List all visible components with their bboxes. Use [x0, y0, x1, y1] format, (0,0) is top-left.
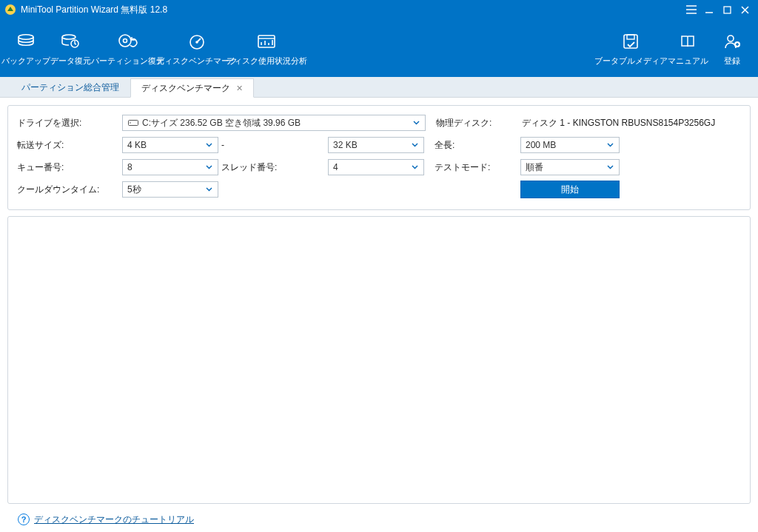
cooldown-dropdown[interactable]: 5秒	[122, 181, 218, 198]
testmode-value: 順番	[526, 161, 604, 174]
transfer-to-value: 32 KB	[333, 140, 409, 150]
disk-refresh-icon	[117, 31, 138, 52]
ribbon-usage-button[interactable]: ディスク使用状況分析	[232, 28, 301, 68]
ribbon-manual-button[interactable]: マニュアル	[666, 28, 709, 68]
transfer-from-dropdown[interactable]: 4 KB	[122, 137, 218, 153]
svg-point-6	[124, 38, 127, 42]
app-window: MiniTool Partition Wizard 無料版 12.8 バックアッ…	[0, 0, 758, 532]
transfer-dash: -	[218, 140, 328, 150]
tab-strip: パーティション総合管理 ディスクベンチマーク ✕	[0, 77, 758, 98]
testmode-label: テストモード:	[424, 161, 520, 174]
svg-point-15	[130, 122, 131, 124]
chevron-down-icon	[203, 143, 215, 147]
chevron-down-icon	[604, 165, 616, 169]
benchmark-settings-panel: ドライブを選択: C:サイズ 236.52 GB 空き領域 39.96 GB 物…	[7, 105, 751, 210]
ribbon-partitionrecovery-button[interactable]: パーティション復元	[93, 28, 161, 68]
chevron-down-icon	[203, 187, 215, 192]
physical-disk-label: 物理ディスク:	[426, 117, 522, 129]
drive-select-dropdown[interactable]: C:サイズ 236.52 GB 空き領域 39.96 GB	[122, 115, 426, 131]
tab-disk-benchmark-label: ディスクベンチマーク	[141, 82, 230, 95]
window-title: MiniTool Partition Wizard 無料版 12.8	[21, 4, 167, 16]
queue-label: キュー番号:	[17, 161, 122, 174]
drive-select-label: ドライブを選択:	[17, 117, 122, 129]
ribbon-backup-label: バックアップ	[1, 56, 50, 65]
svg-point-3	[62, 35, 76, 39]
svg-rect-11	[627, 35, 634, 39]
book-icon	[677, 31, 698, 52]
cooldown-label: クールダウンタイム:	[17, 183, 122, 196]
ribbon-register-label: 登録	[724, 56, 740, 65]
transfer-size-label: 転送サイズ:	[17, 139, 122, 152]
tab-close-icon[interactable]: ✕	[236, 84, 243, 93]
chevron-down-icon	[410, 121, 422, 125]
help-icon[interactable]: ?	[18, 514, 30, 525]
svg-point-12	[728, 36, 734, 41]
title-bar: MiniTool Partition Wizard 無料版 12.8	[0, 0, 758, 19]
length-label: 全長:	[424, 139, 520, 152]
window-chart-icon	[256, 31, 277, 52]
hamburger-menu-icon[interactable]	[682, 2, 700, 17]
hdd-icon	[127, 118, 139, 127]
ribbon-bootmedia-button[interactable]: ブータブルメディア	[597, 28, 665, 68]
ribbon-manual-label: マニュアル	[668, 56, 708, 65]
content-area: ドライブを選択: C:サイズ 236.52 GB 空き領域 39.96 GB 物…	[0, 98, 758, 532]
stack-refresh-icon	[60, 31, 81, 52]
tab-disk-benchmark[interactable]: ディスクベンチマーク ✕	[130, 78, 254, 98]
app-logo-icon	[4, 4, 16, 16]
queue-value: 8	[127, 162, 203, 172]
drive-select-value: C:サイズ 236.52 GB 空き領域 39.96 GB	[142, 117, 410, 129]
chevron-down-icon	[203, 165, 215, 169]
ribbon-right-group: ブータブルメディア マニュアル 登録	[597, 28, 754, 68]
thread-label: スレッド番号:	[218, 161, 328, 174]
length-dropdown[interactable]: 200 MB	[520, 137, 620, 153]
tab-partition-management-label: パーティション総合管理	[21, 81, 119, 94]
svg-point-8	[195, 41, 198, 44]
cooldown-value: 5秒	[127, 183, 203, 196]
tab-partition-management[interactable]: パーティション総合管理	[10, 78, 130, 97]
svg-point-2	[19, 35, 33, 39]
ribbon-backup-button[interactable]: バックアップ	[4, 28, 47, 68]
svg-rect-1	[724, 7, 731, 13]
minimize-button[interactable]	[700, 2, 718, 17]
testmode-dropdown[interactable]: 順番	[520, 159, 620, 175]
chevron-down-icon	[409, 143, 420, 147]
ribbon-datarecovery-button[interactable]: データ復元	[49, 28, 92, 68]
queue-dropdown[interactable]: 8	[122, 159, 218, 175]
tutorial-link[interactable]: ディスクベンチマークのチュートリアル	[34, 514, 194, 526]
chevron-down-icon	[409, 165, 420, 169]
svg-point-5	[119, 35, 131, 47]
ribbon-usage-label: ディスク使用状況分析	[226, 56, 307, 65]
maximize-button[interactable]	[718, 2, 736, 17]
ribbon-partitionrecovery-label: パーティション復元	[91, 56, 164, 65]
stack-icon	[16, 31, 36, 52]
start-button-label: 開始	[561, 183, 579, 196]
ribbon-toolbar: バックアップ データ復元 パーティション復元 ディスクベンチマーク ディスク使用…	[0, 19, 758, 77]
thread-value: 4	[333, 162, 409, 172]
ribbon-register-button[interactable]: 登録	[711, 28, 754, 68]
ribbon-benchmark-button[interactable]: ディスクベンチマーク	[163, 28, 231, 68]
close-button[interactable]	[736, 2, 754, 17]
chevron-down-icon	[604, 143, 616, 147]
footer-bar: ? ディスクベンチマークのチュートリアル	[7, 510, 751, 529]
thread-dropdown[interactable]: 4	[328, 159, 424, 175]
save-check-icon	[620, 31, 641, 52]
transfer-to-dropdown[interactable]: 32 KB	[328, 137, 424, 153]
start-button[interactable]: 開始	[520, 181, 620, 198]
gauge-icon	[187, 31, 207, 52]
transfer-from-value: 4 KB	[127, 140, 203, 150]
ribbon-datarecovery-label: データ復元	[50, 56, 91, 65]
user-plus-icon	[722, 31, 742, 52]
length-value: 200 MB	[526, 140, 604, 150]
ribbon-left-group: バックアップ データ復元 パーティション復元 ディスクベンチマーク ディスク使用…	[4, 28, 301, 68]
physical-disk-value: ディスク 1 - KINGSTON RBUSNS8154P3256GJ	[522, 117, 741, 129]
ribbon-bootmedia-label: ブータブルメディア	[594, 56, 668, 65]
benchmark-result-panel	[7, 216, 751, 504]
